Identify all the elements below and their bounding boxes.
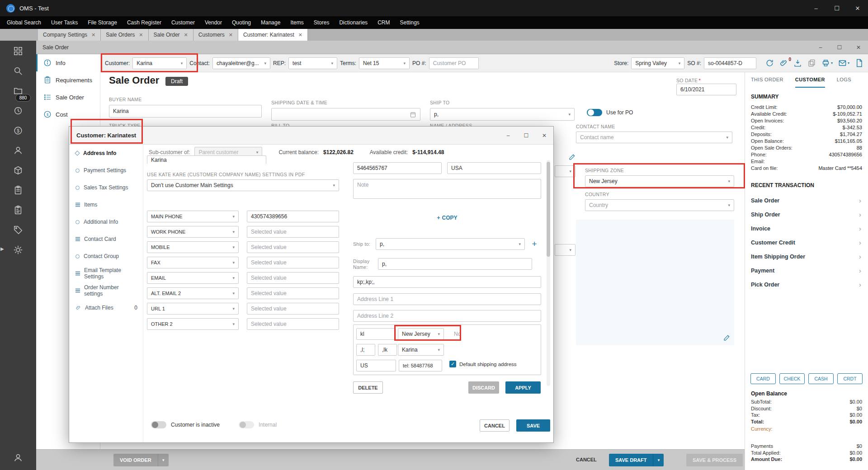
po-number-input[interactable]: Customer PO: [429, 57, 479, 69]
edit-address-pencil-icon[interactable]: [723, 334, 731, 341]
buyer-name-input[interactable]: Karina: [109, 105, 262, 118]
attachment-icon[interactable]: 0: [779, 59, 788, 67]
apply-button[interactable]: APPLY: [505, 381, 541, 394]
user-icon[interactable]: [13, 453, 23, 463]
copy-button[interactable]: + COPY: [353, 215, 541, 221]
currency-link[interactable]: Currency:: [751, 426, 773, 432]
nav-item-sale-order[interactable]: Sale Order: [36, 89, 100, 106]
tab[interactable]: Company Settings ✕: [38, 29, 101, 41]
menu-item[interactable]: Quoting: [227, 16, 256, 29]
hidden-dropdown-fragment[interactable]: [555, 165, 576, 177]
minimize-icon[interactable]: –: [806, 0, 826, 16]
payment-type-button[interactable]: CARD: [750, 373, 776, 384]
menu-item[interactable]: Customer: [166, 16, 200, 29]
default-shipping-checkbox[interactable]: ✓: [449, 361, 456, 367]
modal-scrollbar[interactable]: [547, 160, 550, 386]
customer-name-input-partial[interactable]: Karina: [147, 155, 266, 164]
country-dropdown[interactable]: Country: [585, 199, 734, 211]
contacts-icon[interactable]: [13, 146, 23, 155]
contact-person-dropdown[interactable]: Karina: [398, 344, 444, 356]
recent-transaction-item[interactable]: Payment ›: [751, 263, 862, 277]
close-icon[interactable]: ✕: [847, 0, 868, 16]
phone-type-dropdown[interactable]: FAX: [147, 257, 239, 268]
phone-type-dropdown[interactable]: OTHER 2: [147, 318, 239, 330]
menu-item[interactable]: Dictionaries: [334, 16, 373, 29]
address-line-2-input[interactable]: Address Line 2: [353, 310, 541, 322]
tab[interactable]: Sale Orders ✕: [101, 29, 148, 41]
phone-type-dropdown[interactable]: MOBILE: [147, 241, 239, 253]
phone-type-dropdown[interactable]: EMAIL: [147, 272, 239, 284]
payment-type-button[interactable]: CRDT: [837, 373, 863, 384]
tel-input[interactable]: tel: 58487768: [399, 360, 442, 371]
rail-expander-icon[interactable]: ▶: [0, 246, 4, 251]
modal-scrollbar-thumb[interactable]: [547, 162, 550, 257]
tab-close-icon[interactable]: ✕: [229, 32, 233, 38]
contact-dropdown[interactable]: chayaleitner@g...: [212, 57, 270, 69]
dashboard-icon[interactable]: [13, 46, 23, 56]
cancel-button[interactable]: CANCEL: [576, 457, 597, 462]
orders-clipboard-icon[interactable]: [13, 205, 23, 215]
modal-nav-order-number-settings[interactable]: Order Number settings: [69, 282, 143, 299]
money-icon[interactable]: $: [13, 126, 23, 136]
phone-value-input[interactable]: Selected value: [247, 257, 339, 268]
export-file-icon[interactable]: [855, 59, 863, 67]
zip2-input[interactable]: ,lk: [378, 344, 397, 356]
menu-item[interactable]: Global Search: [2, 16, 46, 29]
tags-icon[interactable]: [13, 225, 23, 235]
menu-item[interactable]: Stores: [309, 16, 335, 29]
print-caret-icon[interactable]: ▾: [831, 61, 833, 65]
modal-nav-payment-settings[interactable]: Payment Settings: [69, 162, 143, 179]
right-panel-tab[interactable]: THIS ORDER: [751, 72, 783, 88]
zip-input[interactable]: ,l;: [356, 344, 375, 356]
shipping-date-input[interactable]: [271, 108, 420, 121]
recent-transaction-item[interactable]: Ship Order ›: [751, 207, 862, 221]
menu-item[interactable]: User Tasks: [46, 16, 83, 29]
menu-item[interactable]: File Storage: [83, 16, 122, 29]
menu-item[interactable]: CRM: [373, 16, 395, 29]
phone-value-input[interactable]: Selected value: [247, 226, 339, 238]
gear-icon[interactable]: [13, 245, 23, 255]
nav-item-requirements[interactable]: Requirements: [36, 71, 100, 89]
modal-phone-input[interactable]: 5464565767: [353, 162, 442, 174]
save-draft-button[interactable]: SAVE DRAFT: [609, 454, 653, 466]
modal-nav-contact-card[interactable]: Contact Card: [69, 230, 143, 248]
copy-icon[interactable]: [807, 59, 816, 67]
recent-transaction-item[interactable]: Item Shipping Order ›: [751, 249, 862, 263]
search-icon[interactable]: [13, 66, 23, 76]
menu-item[interactable]: Manage: [256, 16, 285, 29]
internal-toggle[interactable]: [239, 421, 254, 428]
phone-value-input[interactable]: Selected value: [247, 241, 339, 253]
void-order-button[interactable]: VOID ORDER: [113, 454, 158, 466]
modal-nav-contact-group[interactable]: Contact Group: [69, 248, 143, 265]
menu-item[interactable]: Vendor: [200, 16, 227, 29]
company-name-input[interactable]: kp;,kp;,: [353, 276, 541, 288]
contact-name-dropdown[interactable]: Contact name: [576, 132, 732, 143]
email-icon[interactable]: ▾: [838, 59, 849, 67]
phone-value-input[interactable]: 430574389656: [247, 211, 339, 222]
phone-type-dropdown[interactable]: ALT. EMAIL 2: [147, 287, 239, 299]
address-line-1-input[interactable]: Address Line 1: [353, 293, 541, 305]
tab-close-icon[interactable]: ✕: [298, 32, 302, 38]
city-input[interactable]: kl: [356, 328, 396, 340]
use-for-po-toggle[interactable]: [587, 109, 602, 116]
tab[interactable]: Customer: Karinatest ✕: [238, 29, 308, 41]
modal-nav-attach-files[interactable]: Attach Files 0: [69, 299, 143, 316]
modal-ship-to-dropdown[interactable]: p,: [376, 238, 525, 250]
tab-close-icon[interactable]: ✕: [91, 32, 95, 38]
download-icon[interactable]: [793, 59, 802, 67]
modal-maximize-icon[interactable]: ☐: [517, 127, 535, 145]
phone-type-dropdown[interactable]: WORK PHONE: [147, 226, 239, 238]
inventory-box-icon[interactable]: [13, 165, 23, 175]
recent-transaction-item[interactable]: Customer Credit ›: [751, 235, 862, 249]
modal-minimize-icon[interactable]: –: [499, 127, 517, 145]
recent-transaction-item[interactable]: Pick Order ›: [751, 277, 862, 291]
shipping-zone-dropdown[interactable]: New Jersey: [585, 175, 734, 187]
void-order-caret-icon[interactable]: ▾: [158, 454, 169, 466]
note-textarea[interactable]: Note: [353, 179, 541, 199]
state-dropdown[interactable]: New Jersey: [398, 328, 444, 340]
pending-clock-icon[interactable]: [13, 106, 23, 116]
so-number-input[interactable]: so-0044857-D: [704, 57, 756, 69]
calendar-icon[interactable]: [410, 111, 416, 118]
nav-item-info[interactable]: Info: [36, 54, 100, 71]
nav-item-cost[interactable]: $ Cost: [36, 106, 100, 123]
